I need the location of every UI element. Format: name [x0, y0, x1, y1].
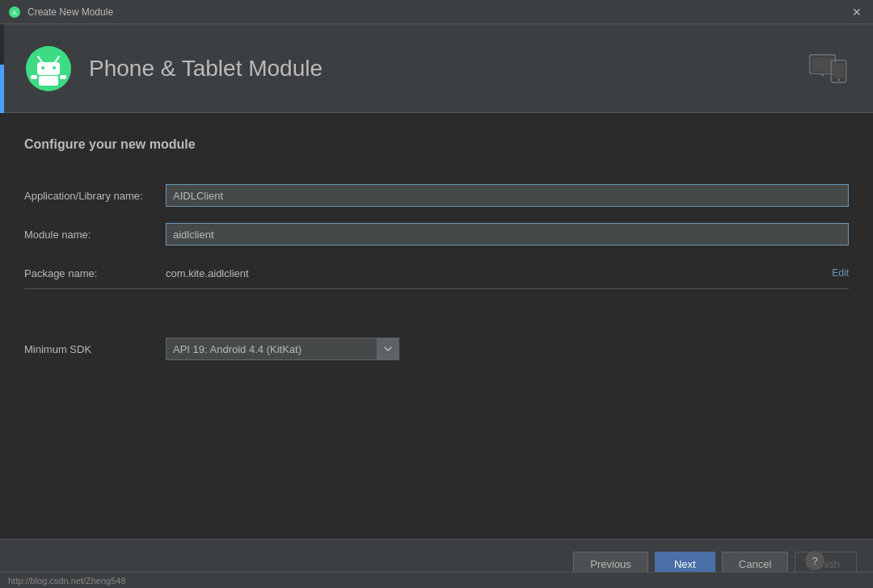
- svg-rect-10: [60, 75, 66, 79]
- package-name-display: com.kite.aidlclient Edit: [166, 262, 849, 284]
- app-name-input[interactable]: [166, 184, 849, 207]
- help-button[interactable]: ?: [805, 551, 824, 570]
- module-name-input[interactable]: [166, 223, 849, 246]
- title-bar-left: A Create New Module: [8, 6, 113, 19]
- svg-point-5: [53, 66, 56, 69]
- svg-rect-3: [37, 62, 60, 75]
- section-title: Configure your new module: [24, 137, 849, 152]
- edit-package-link[interactable]: Edit: [832, 267, 849, 279]
- left-indicator: [0, 24, 4, 572]
- sdk-group: Minimum SDK API 14: Android 4.0 (IceCrea…: [24, 338, 849, 360]
- status-bar: http://blog.csdn.net/Zheng548: [0, 572, 873, 588]
- svg-rect-12: [812, 57, 833, 71]
- module-name-group: Module name:: [24, 223, 849, 246]
- svg-point-13: [821, 74, 824, 76]
- min-sdk-select[interactable]: API 14: Android 4.0 (IceCreamSandwich) A…: [166, 338, 399, 360]
- svg-rect-15: [833, 62, 844, 77]
- svg-rect-9: [31, 75, 37, 79]
- title-bar-title: Create New Module: [27, 6, 113, 18]
- header-section: Phone & Tablet Module: [0, 24, 873, 113]
- indicator-mark: [0, 65, 4, 113]
- svg-text:A: A: [12, 9, 17, 17]
- header-left: Phone & Tablet Module: [24, 44, 323, 93]
- svg-rect-8: [39, 76, 58, 86]
- main-content: Configure your new module Application/Li…: [0, 113, 873, 384]
- app-name-label: Application/Library name:: [24, 190, 166, 202]
- close-button[interactable]: ✕: [849, 4, 865, 20]
- sdk-select-wrapper: API 14: Android 4.0 (IceCreamSandwich) A…: [166, 338, 399, 360]
- svg-point-4: [41, 66, 44, 69]
- header-title: Phone & Tablet Module: [89, 56, 323, 82]
- status-text: http://blog.csdn.net/Zheng548: [8, 576, 126, 586]
- package-name-group: Package name: com.kite.aidlclient Edit: [24, 262, 849, 289]
- android-icon: A: [8, 6, 21, 19]
- sdk-label: Minimum SDK: [24, 343, 166, 355]
- package-name-label: Package name:: [24, 267, 166, 279]
- sdk-section: Minimum SDK API 14: Android 4.0 (IceCrea…: [24, 338, 849, 360]
- title-bar: A Create New Module ✕: [0, 0, 873, 24]
- android-logo: [24, 44, 73, 93]
- svg-point-16: [837, 78, 840, 81]
- phone-tablet-icon: [808, 52, 849, 85]
- app-name-group: Application/Library name:: [24, 184, 849, 207]
- module-name-label: Module name:: [24, 229, 166, 241]
